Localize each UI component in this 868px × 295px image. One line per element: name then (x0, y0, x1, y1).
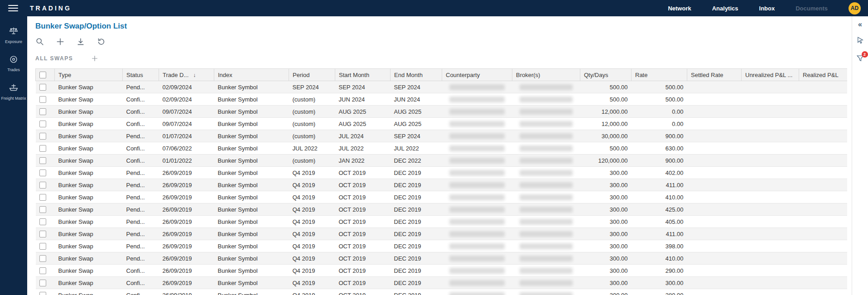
cell-status: Pend... (123, 252, 159, 265)
pointer-icon[interactable] (856, 36, 864, 46)
row-checkbox[interactable] (39, 157, 46, 164)
row-checkbox[interactable] (39, 108, 46, 115)
cell-type: Bunker Swap (55, 191, 123, 203)
cell-rate: 290.00 (632, 265, 687, 277)
sidebar-item-exposure[interactable]: Exposure (0, 21, 27, 49)
table-row[interactable]: Bunker Swap Pend... 26/09/2019 Bunker Sy… (36, 228, 848, 240)
page-title: Bunker Swap/Option List (35, 22, 847, 31)
cell-qty-days: 300.00 (580, 203, 632, 216)
col-end-month[interactable]: End Month (391, 69, 442, 81)
row-checkbox[interactable] (39, 218, 46, 225)
main-content: Bunker Swap/Option List ALL SWAPS (27, 16, 847, 295)
cell-type: Bunker Swap (55, 81, 123, 93)
table-row[interactable]: Bunker Swap Pend... 26/09/2019 Bunker Sy… (36, 167, 848, 179)
col-index[interactable]: Index (214, 69, 289, 81)
row-checkbox[interactable] (39, 255, 46, 262)
col-counterparty[interactable]: Counterparty (442, 69, 512, 81)
cell-status: Pend... (123, 167, 159, 179)
row-checkbox[interactable] (39, 267, 46, 274)
row-checkbox[interactable] (39, 231, 46, 237)
row-checkbox[interactable] (39, 84, 46, 91)
table-row[interactable]: Bunker Swap Pend... 02/09/2024 Bunker Sy… (36, 81, 848, 93)
reset-icon[interactable] (96, 37, 106, 46)
cell-realized-pl (799, 228, 848, 240)
row-checkbox[interactable] (39, 194, 46, 201)
sidebar-item-freight-matrix[interactable]: Freight Matrix (0, 77, 27, 106)
avatar[interactable]: AD (849, 2, 861, 15)
cell-unrealized-pl (742, 93, 799, 106)
nav-inbox[interactable]: Inbox (759, 5, 775, 12)
cell-index: Bunker Symbol (214, 216, 289, 228)
nav-analytics[interactable]: Analytics (712, 5, 738, 12)
cell-status: Confi... (123, 142, 159, 155)
table-row[interactable]: Bunker Swap Confi... 26/09/2019 Bunker S… (36, 265, 848, 277)
menu-icon[interactable] (8, 3, 18, 13)
row-checkbox[interactable] (39, 243, 46, 250)
filter-icon[interactable]: 2 (856, 54, 864, 64)
row-checkbox[interactable] (39, 121, 46, 127)
row-checkbox[interactable] (39, 182, 46, 189)
row-checkbox[interactable] (39, 169, 46, 176)
row-checkbox[interactable] (39, 206, 46, 213)
col-realized-pl[interactable]: Realized P&L (799, 69, 848, 81)
col-rate[interactable]: Rate (632, 69, 687, 81)
nav-network[interactable]: Network (668, 5, 691, 12)
sidebar-item-trades[interactable]: Trades (0, 49, 27, 78)
cell-unrealized-pl (742, 155, 799, 167)
table-row[interactable]: Bunker Swap Confi... 02/09/2024 Bunker S… (36, 93, 848, 106)
row-checkbox[interactable] (39, 145, 46, 152)
top-nav: Network Analytics Inbox Documents AD (668, 2, 861, 15)
col-type[interactable]: Type (55, 69, 123, 81)
row-checkbox[interactable] (39, 280, 46, 286)
cell-unrealized-pl (742, 118, 799, 130)
cell-select (36, 167, 55, 179)
table-row[interactable]: Bunker Swap Confi... 07/06/2022 Bunker S… (36, 142, 848, 155)
tab-all-swaps[interactable]: ALL SWAPS (35, 55, 73, 62)
table-row[interactable]: Bunker Swap Pend... 26/09/2019 Bunker Sy… (36, 179, 848, 191)
table-row[interactable]: Bunker Swap Pend... 01/07/2024 Bunker Sy… (36, 130, 848, 142)
col-unrealized-pl[interactable]: Unrealized P&L ... (742, 69, 799, 81)
select-all-checkbox[interactable] (39, 72, 46, 78)
cell-start-month: OCT 2019 (335, 216, 391, 228)
cell-counterparty (442, 142, 512, 155)
table-row[interactable]: Bunker Swap Confi... 01/01/2022 Bunker S… (36, 155, 848, 167)
row-checkbox[interactable] (39, 292, 46, 295)
table-row[interactable]: Bunker Swap Confi... 09/07/2024 Bunker S… (36, 118, 848, 130)
cell-settled-rate (687, 118, 742, 130)
table-row[interactable]: Bunker Swap Pend... 26/09/2019 Bunker Sy… (36, 191, 848, 203)
col-status[interactable]: Status (123, 69, 159, 81)
cell-select (36, 277, 55, 289)
cell-select (36, 240, 55, 252)
search-icon[interactable] (35, 37, 44, 46)
add-tab-icon[interactable] (91, 55, 98, 62)
col-qty-days[interactable]: Qty/Days (580, 69, 632, 81)
table-row[interactable]: Bunker Swap Confi... 26/09/2019 Bunker S… (36, 289, 848, 295)
nav-documents[interactable]: Documents (796, 5, 828, 12)
col-brokers[interactable]: Broker(s) (512, 69, 580, 81)
cell-start-month: OCT 2019 (335, 240, 391, 252)
add-icon[interactable] (56, 37, 65, 46)
row-checkbox[interactable] (39, 96, 46, 103)
redacted-brokers (520, 292, 573, 295)
table-row[interactable]: Bunker Swap Pend... 26/09/2019 Bunker Sy… (36, 252, 848, 265)
table-row[interactable]: Bunker Swap Confi... 09/07/2024 Bunker S… (36, 106, 848, 118)
table-row[interactable]: Bunker Swap Pend... 26/09/2019 Bunker Sy… (36, 203, 848, 216)
table-row[interactable]: Bunker Swap Pend... 26/09/2019 Bunker Sy… (36, 240, 848, 252)
row-checkbox[interactable] (39, 133, 46, 140)
cell-select (36, 265, 55, 277)
collapse-left-icon[interactable]: « (858, 21, 862, 28)
cell-qty-days: 30,000.00 (580, 130, 632, 142)
cell-period: Q4 2019 (289, 191, 335, 203)
col-settled-rate[interactable]: Settled Rate (687, 69, 742, 81)
col-period[interactable]: Period (289, 69, 335, 81)
table-row[interactable]: Bunker Swap Confi... 26/09/2019 Bunker S… (36, 277, 848, 289)
cell-unrealized-pl (742, 203, 799, 216)
redacted-counterparty (449, 170, 505, 176)
cell-unrealized-pl (742, 265, 799, 277)
download-icon[interactable] (76, 37, 85, 46)
cell-settled-rate (687, 203, 742, 216)
table-row[interactable]: Bunker Swap Pend... 26/09/2019 Bunker Sy… (36, 216, 848, 228)
col-start-month[interactable]: Start Month (335, 69, 391, 81)
app-brand: TRADING (30, 5, 72, 12)
col-trade-date[interactable]: Trade D...↓ (159, 69, 214, 81)
